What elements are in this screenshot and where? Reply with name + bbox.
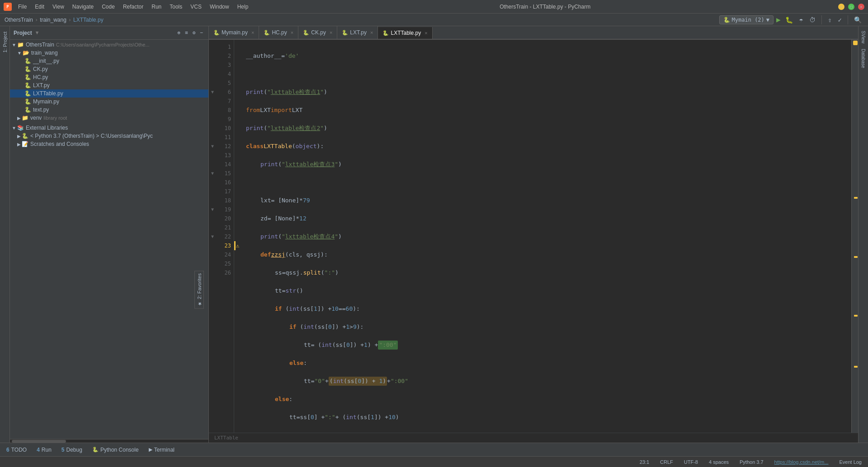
menu-item-help[interactable]: Help <box>234 3 252 11</box>
toolbar-separator-2 <box>848 15 848 24</box>
tab-hc[interactable]: 🐍 HC.py × <box>259 26 298 39</box>
tab-mymain[interactable]: 🐍 Mymain.py × <box>209 26 259 39</box>
tab-lxt[interactable]: 🐍 LXT.py × <box>337 26 378 39</box>
project-scroll-thumb[interactable] <box>12 440 66 443</box>
tab-ck[interactable]: 🐍 CK.py × <box>298 26 337 39</box>
tree-python-sdk[interactable]: ▶ 🐍 < Python 3.7 (OthersTrain) > C:\User… <box>10 132 208 140</box>
tree-file-text[interactable]: 🐍 text.py <box>10 106 208 114</box>
code-line-15: if (int(ss[1]) + 10 == 60): <box>246 304 851 313</box>
tree-scratches[interactable]: ▶ 📝 Scratches and Consoles <box>10 140 208 148</box>
tab-lxt-close[interactable]: × <box>370 30 373 35</box>
code-line-2 <box>246 70 851 79</box>
status-bar-right: 23:1 CRLF UTF-8 4 spaces Python 3.7 http… <box>638 459 863 465</box>
code-line-3: print("lxttable检查点1") <box>246 88 851 97</box>
tab-lxttable-label: LXTTable.py <box>391 30 421 36</box>
menu-item-view[interactable]: View <box>49 3 68 11</box>
project-sync-icon[interactable]: ⊕ <box>176 29 183 37</box>
bp-13 <box>234 151 241 160</box>
editor-right-margin[interactable] <box>851 40 858 433</box>
breadcrumb-folder[interactable]: train_wang <box>40 17 66 23</box>
minimize-button[interactable]: − <box>838 4 844 10</box>
tree-file-init[interactable]: 🐍 __init__.py <box>10 57 208 65</box>
menu-item-tools[interactable]: Tools <box>166 3 186 11</box>
tab-ck-close[interactable]: × <box>330 30 332 35</box>
status-url[interactable]: https://blog.csdn.net/m... <box>773 459 830 465</box>
fold-gutter-25 <box>209 259 216 268</box>
run-button[interactable]: ▶ <box>776 15 781 24</box>
tab-lxttable-close[interactable]: × <box>425 30 427 36</box>
menu-item-file[interactable]: File <box>14 3 30 11</box>
bottom-tab-terminal[interactable]: ▶ Terminal <box>144 445 179 455</box>
close-button[interactable]: ✕ <box>858 4 864 10</box>
tab-lxt-label: LXT.py <box>350 29 367 36</box>
profile-button[interactable]: ⏱ <box>807 15 817 24</box>
breadcrumb-file[interactable]: LXTTable.py <box>73 17 104 23</box>
tree-root[interactable]: ▼ 📁 OthersTrain C:\Users\sanlang\Pycharm… <box>10 41 208 49</box>
code-line-9: lxt = [None]*79 <box>246 196 851 205</box>
coverage-button[interactable]: ☂ <box>797 15 805 24</box>
bottom-tab-todo[interactable]: 6 TODO <box>2 445 31 455</box>
fold-marker-19[interactable]: ▼ <box>209 205 216 214</box>
tree-file-label: __init__.py <box>33 58 59 64</box>
tab-lxttable[interactable]: 🐍 LXTTable.py × <box>378 27 432 40</box>
tab-ck-icon: 🐍 <box>303 30 309 36</box>
fold-marker-12[interactable]: ▼ <box>209 142 216 151</box>
menu-item-window[interactable]: Window <box>206 3 233 11</box>
tree-file-lxttable[interactable]: 🐍 LXTTable.py <box>10 89 208 98</box>
maximize-button[interactable]: □ <box>848 4 854 10</box>
bottom-tab-python-console[interactable]: 🐍 Python Console <box>88 445 143 455</box>
fold-gutter-10 <box>209 124 216 133</box>
menu-item-vcs[interactable]: VCS <box>187 3 205 11</box>
code-content[interactable]: __author__ = 'de' print("lxttable检查点1") … <box>241 40 851 433</box>
tree-folder-train_wang[interactable]: ▼ 📂 train_wang <box>10 49 208 57</box>
project-collapse-icon[interactable]: ≡ <box>183 29 190 37</box>
menu-item-run[interactable]: Run <box>148 3 165 11</box>
menu-item-refactor[interactable]: Refactor <box>119 3 147 11</box>
sidebar-tab-project[interactable]: 1: Project <box>1 28 9 56</box>
status-indent[interactable]: 4 spaces <box>707 459 731 465</box>
project-hide-icon[interactable]: − <box>198 29 205 37</box>
status-position[interactable]: 23:1 <box>638 459 651 465</box>
project-header-label: Project <box>14 30 32 36</box>
bp-7 <box>234 97 241 106</box>
sview-tab[interactable]: SView <box>859 28 867 46</box>
tab-mymain-close[interactable]: × <box>251 30 254 35</box>
menu-item-navigate[interactable]: Navigate <box>69 3 97 11</box>
tree-file-lxt[interactable]: 🐍 LXT.py <box>10 81 208 89</box>
tree-external-libs[interactable]: ▼ 📚 External Libraries <box>10 124 208 132</box>
tree-folder-venv[interactable]: ▶ 📁 venv library root <box>10 114 208 122</box>
window-controls: − □ ✕ <box>838 4 864 10</box>
fold-marker-6[interactable]: ▼ <box>209 88 216 97</box>
database-tab[interactable]: Database <box>859 46 867 71</box>
project-dropdown[interactable]: ▼ <box>36 30 39 36</box>
favorites-tab[interactable]: ★ 2: Favorites <box>194 271 204 309</box>
status-event-log[interactable]: Event Log <box>837 459 863 465</box>
project-settings-icon[interactable]: ⚙ <box>191 29 198 37</box>
search-everywhere-button[interactable]: 🔍 <box>852 15 863 24</box>
tab-hc-close[interactable]: × <box>291 30 293 35</box>
root-expand-arrow: ▼ <box>12 42 16 47</box>
tree-file-ck[interactable]: 🐍 CK.py <box>10 65 208 73</box>
run-num: 4 <box>37 447 40 453</box>
tree-file-hc[interactable]: 🐍 HC.py <box>10 73 208 81</box>
status-line-endings[interactable]: CRLF <box>658 459 675 465</box>
debug-button[interactable]: 🐛 <box>783 15 795 24</box>
fold-marker-15[interactable]: ▼ <box>209 169 216 178</box>
breadcrumb-project[interactable]: OthersTrain <box>5 17 33 23</box>
bp-21 <box>234 223 241 232</box>
code-editor: ▼ ▼ ▼ ▼ ▼ <box>209 40 858 433</box>
menu-item-code[interactable]: Code <box>98 3 118 11</box>
commit-button[interactable]: ✓ <box>836 15 844 24</box>
bottom-tab-run[interactable]: 4 Run <box>32 445 56 455</box>
tree-file-mymain[interactable]: 🐍 Mymain.py <box>10 98 208 106</box>
status-encoding[interactable]: UTF-8 <box>682 459 700 465</box>
menu-item-edit[interactable]: Edit <box>31 3 48 11</box>
bp-15 <box>234 169 241 178</box>
project-scrollbar[interactable] <box>10 439 208 443</box>
tree-file-lxttable-label: LXTTable.py <box>33 90 63 97</box>
fold-marker-22[interactable]: ▼ <box>209 232 216 241</box>
run-configuration[interactable]: 🐍 Mymain (2) ▼ <box>719 15 774 24</box>
status-python[interactable]: Python 3.7 <box>738 459 765 465</box>
bottom-tab-debug[interactable]: 5 Debug <box>57 445 87 455</box>
vcs-button[interactable]: ⇧ <box>826 15 833 24</box>
